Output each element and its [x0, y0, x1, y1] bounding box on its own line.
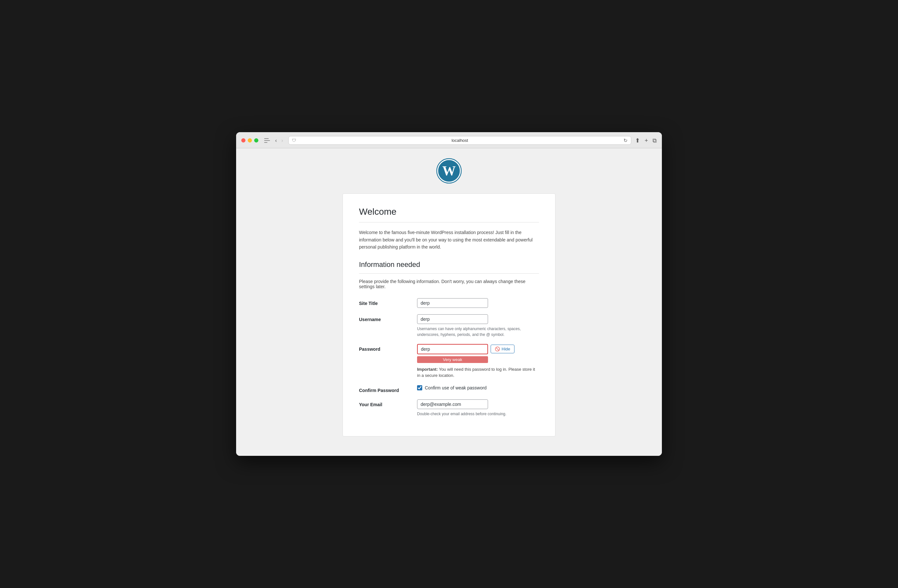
confirm-weak-password-checkbox[interactable]: [417, 385, 422, 390]
hide-password-button[interactable]: 🚫 Hide: [491, 345, 515, 353]
forward-button[interactable]: ›: [280, 137, 284, 144]
wp-logo: W: [343, 158, 555, 184]
username-label: Username: [359, 314, 417, 322]
confirm-weak-password-label: Confirm use of weak password: [425, 385, 486, 390]
browser-chrome: ‹ › 🛡 ↻ ⬆ + ⧉: [236, 132, 662, 148]
browser-actions: ⬆ + ⧉: [635, 138, 657, 143]
email-note: Double-check your email address before c…: [417, 411, 539, 417]
email-input[interactable]: [417, 399, 488, 409]
traffic-lights: [241, 138, 258, 143]
password-strength-meter: Very weak: [417, 356, 488, 363]
share-button[interactable]: ⬆: [635, 138, 640, 143]
page-content: W Welcome Welcome to the famous five-min…: [236, 148, 662, 456]
username-row: Username Usernames can have only alphanu…: [359, 314, 539, 338]
sidebar-toggle-button[interactable]: [264, 138, 270, 143]
close-button[interactable]: [241, 138, 246, 143]
site-title-row: Site Title: [359, 298, 539, 308]
confirm-password-label: Confirm Password: [359, 385, 417, 393]
reload-button[interactable]: ↻: [623, 138, 628, 143]
site-title-input[interactable]: [417, 298, 488, 308]
username-field: Usernames can have only alphanumeric cha…: [417, 314, 539, 338]
minimize-button[interactable]: [248, 138, 252, 143]
info-description: Please provide the following information…: [359, 279, 539, 289]
info-needed-title: Information needed: [359, 261, 539, 274]
confirm-password-field: Confirm use of weak password: [417, 385, 539, 390]
password-note: Important: You will need this password t…: [417, 366, 539, 379]
hide-button-label: Hide: [501, 347, 510, 352]
back-button[interactable]: ‹: [274, 137, 278, 144]
form-table: Site Title Username Usernames can have o…: [359, 298, 539, 417]
new-tab-button[interactable]: +: [644, 138, 648, 143]
email-label: Your Email: [359, 399, 417, 407]
password-note-strong: Important:: [417, 367, 438, 372]
shield-icon: 🛡: [292, 138, 296, 143]
welcome-description: Welcome to the famous five-minute WordPr…: [359, 229, 539, 250]
password-label: Password: [359, 344, 417, 352]
page-wrapper: W Welcome Welcome to the famous five-min…: [236, 148, 662, 456]
confirm-password-row: Confirm Password Confirm use of weak pas…: [359, 385, 539, 393]
site-title-field: [417, 298, 539, 308]
svg-text:W: W: [442, 164, 456, 179]
maximize-button[interactable]: [254, 138, 258, 143]
email-row: Your Email Double-check your email addre…: [359, 399, 539, 417]
username-input[interactable]: [417, 314, 488, 324]
tabs-overview-button[interactable]: ⧉: [652, 138, 657, 143]
nav-buttons: ‹ ›: [274, 137, 284, 144]
address-input[interactable]: [299, 138, 621, 143]
wordpress-logo-svg: W: [436, 158, 462, 184]
form-box: Welcome Welcome to the famous five-minut…: [343, 193, 555, 436]
eye-slash-icon: 🚫: [495, 347, 500, 352]
address-bar-wrapper: 🛡 ↻: [288, 136, 632, 145]
password-row: Password 🚫 Hide Very weak: [359, 344, 539, 379]
confirm-checkbox-row: Confirm use of weak password: [417, 385, 539, 390]
wp-container: W Welcome Welcome to the famous five-min…: [336, 148, 562, 456]
email-field: Double-check your email address before c…: [417, 399, 539, 417]
password-field: 🚫 Hide Very weak Important: You will nee…: [417, 344, 539, 379]
password-input-row: 🚫 Hide: [417, 344, 539, 354]
welcome-title: Welcome: [359, 207, 539, 223]
site-title-label: Site Title: [359, 298, 417, 306]
password-input[interactable]: [417, 344, 488, 354]
username-note: Usernames can have only alphanumeric cha…: [417, 326, 539, 338]
